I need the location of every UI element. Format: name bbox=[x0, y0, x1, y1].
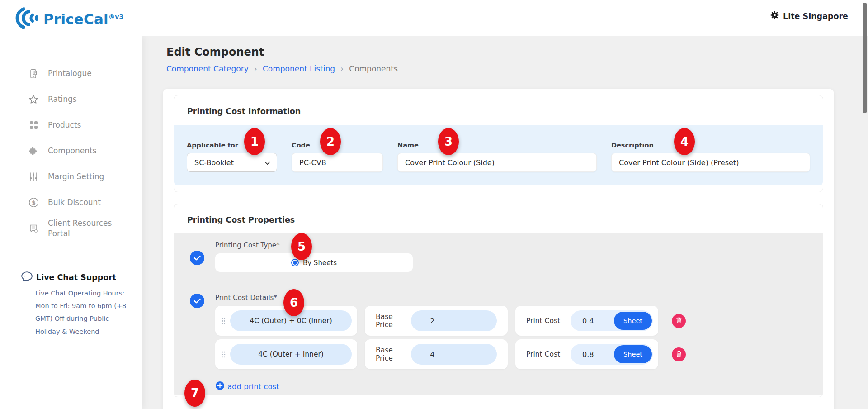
section-title: Printing Cost Information bbox=[187, 107, 301, 116]
check-circle-icon[interactable] bbox=[190, 251, 204, 265]
code-input[interactable] bbox=[292, 153, 383, 172]
breadcrumb-component-category[interactable]: Component Category bbox=[166, 64, 249, 73]
base-price-label: Base Price bbox=[376, 346, 411, 362]
drag-handle-icon[interactable] bbox=[221, 351, 226, 358]
applicable-for-select[interactable]: SC-Booklet bbox=[187, 153, 277, 172]
sidebar-item-bulk-discount[interactable]: $ Bulk Discount bbox=[0, 190, 142, 215]
chat-bubble-icon bbox=[21, 271, 33, 284]
base-price-input[interactable]: 2 bbox=[411, 310, 497, 331]
base-price-input[interactable]: 4 bbox=[411, 344, 497, 365]
main-content: Edit Component Component Category › Comp… bbox=[142, 36, 868, 409]
trash-icon bbox=[676, 317, 682, 325]
detail-name-input[interactable]: 4C (Outer + Inner) bbox=[230, 344, 352, 365]
document-icon bbox=[28, 223, 39, 234]
sheet-unit-button[interactable]: Sheet bbox=[614, 312, 652, 330]
top-header-bar: PriceCal®v3 Lite Singapore bbox=[0, 0, 868, 36]
annotation-badge-2: 2 bbox=[320, 128, 341, 155]
delete-row-button[interactable] bbox=[672, 314, 686, 328]
info-fields-panel: Applicable for SC-Booklet Code N bbox=[174, 125, 823, 185]
name-label: Name bbox=[397, 142, 597, 149]
applicable-for-value: SC-Booklet bbox=[194, 158, 234, 167]
annotation-badge-1: 1 bbox=[244, 128, 265, 155]
delete-row-button[interactable] bbox=[672, 347, 686, 361]
breadcrumb-separator-icon: › bbox=[254, 64, 257, 73]
annotation-badge-3: 3 bbox=[438, 128, 459, 155]
annotation-badge-4: 4 bbox=[674, 128, 695, 155]
sidebar-divider bbox=[11, 257, 131, 257]
sidebar-item-label: Printalogue bbox=[48, 68, 92, 79]
description-field: Description bbox=[611, 142, 810, 185]
print-cost-label: Print Cost bbox=[526, 350, 560, 358]
pricecal-logo-icon bbox=[14, 7, 39, 31]
section-title: Printing Cost Properties bbox=[187, 215, 295, 224]
sidebar-item-label: Bulk Discount bbox=[48, 197, 101, 208]
sidebar-item-products[interactable]: Products bbox=[0, 112, 142, 138]
section-header: Printing Cost Properties bbox=[174, 204, 823, 233]
puzzle-icon bbox=[28, 146, 39, 157]
app-window: PriceCal®v3 Lite Singapore bbox=[0, 0, 868, 409]
sidebar-item-printalogue[interactable]: Printalogue bbox=[0, 61, 142, 86]
print-cost-value: 0.8 bbox=[582, 350, 594, 359]
description-label: Description bbox=[611, 142, 810, 149]
print-cost-input[interactable]: 0.4 Sheet bbox=[571, 310, 653, 331]
pricecal-logo[interactable]: PriceCal®v3 bbox=[14, 7, 123, 31]
sidebar-item-client-resources-portal[interactable]: Client Resources Portal bbox=[0, 215, 142, 242]
description-input[interactable] bbox=[611, 153, 810, 172]
grid-icon bbox=[28, 120, 39, 131]
printing-cost-type-label: Printing Cost Type* bbox=[215, 241, 413, 249]
printing-cost-properties-section: Printing Cost Properties Printing Cost T… bbox=[174, 204, 823, 397]
annotation-badge-6: 6 bbox=[283, 289, 304, 316]
vertical-scrollbar[interactable] bbox=[863, 3, 867, 113]
account-label: Lite Singapore bbox=[783, 12, 848, 21]
sidebar: Printalogue Ratings Products bbox=[0, 36, 142, 409]
breadcrumb-separator-icon: › bbox=[340, 64, 344, 73]
detail-name-card: 4C (Outer + Inner) bbox=[215, 339, 357, 369]
live-chat-support[interactable]: Live Chat Support bbox=[21, 271, 132, 284]
check-circle-icon[interactable] bbox=[190, 294, 204, 308]
print-cost-input[interactable]: 0.8 Sheet bbox=[571, 344, 653, 365]
sliders-icon bbox=[28, 171, 39, 182]
print-cost-value: 0.4 bbox=[582, 317, 594, 325]
print-cost-details-row: Print Cost Details* 4C (Outer) + 0C (Inn… bbox=[190, 294, 810, 369]
print-cost-label: Print Cost bbox=[526, 317, 560, 325]
base-price-label: Base Price bbox=[376, 313, 411, 329]
drag-handle-icon[interactable] bbox=[221, 318, 226, 324]
gear-icon bbox=[770, 11, 779, 21]
svg-text:$: $ bbox=[32, 199, 36, 206]
name-field: Name bbox=[397, 142, 597, 185]
breadcrumb: Component Category › Component Listing ›… bbox=[166, 64, 398, 73]
print-cost-card: Print Cost 0.8 Sheet bbox=[515, 339, 658, 369]
by-sheets-radio[interactable] bbox=[291, 259, 299, 266]
sidebar-item-label: Products bbox=[48, 120, 81, 130]
base-price-card: Base Price 2 bbox=[365, 306, 508, 336]
breadcrumb-component-listing[interactable]: Component Listing bbox=[263, 64, 335, 73]
breadcrumb-current: Components bbox=[349, 64, 398, 73]
add-print-cost-button[interactable]: add print cost bbox=[190, 381, 810, 392]
printing-cost-information-section: Printing Cost Information Applicable for… bbox=[174, 95, 823, 192]
star-icon bbox=[28, 94, 39, 105]
account-menu[interactable]: Lite Singapore bbox=[770, 11, 848, 21]
brand-version: ®v3 bbox=[108, 13, 123, 20]
page-title: Edit Component bbox=[166, 46, 264, 58]
sidebar-item-label: Ratings bbox=[48, 94, 77, 105]
cost-type-option-box: By Sheets bbox=[215, 253, 413, 272]
sidebar-item-components[interactable]: Components bbox=[0, 138, 142, 164]
print-cost-detail-row: 4C (Outer + Inner) Base Price 4 Print Co… bbox=[215, 339, 686, 369]
add-print-cost-label: add print cost bbox=[227, 382, 279, 391]
sidebar-item-margin-setting[interactable]: Margin Setting bbox=[0, 164, 142, 190]
live-chat-block: Live Chat Support Live Chat Operating Ho… bbox=[0, 271, 142, 338]
annotation-badge-5: 5 bbox=[291, 233, 312, 260]
edit-component-card: Printing Cost Information Applicable for… bbox=[163, 89, 834, 409]
print-cost-card: Print Cost 0.4 Sheet bbox=[515, 306, 658, 336]
annotation-badge-7: 7 bbox=[184, 380, 205, 407]
sheet-unit-button[interactable]: Sheet bbox=[614, 345, 652, 363]
plus-circle-icon bbox=[216, 381, 224, 392]
trash-icon bbox=[676, 351, 682, 358]
base-price-card: Base Price 4 bbox=[365, 339, 508, 369]
sidebar-item-label: Client Resources Portal bbox=[48, 218, 133, 239]
sidebar-item-ratings[interactable]: Ratings bbox=[0, 86, 142, 112]
print-cost-detail-list: 4C (Outer) + 0C (Inner) Base Price 2 Pri… bbox=[215, 306, 686, 369]
name-input[interactable] bbox=[397, 153, 597, 172]
properties-panel: Printing Cost Type* By Sheets Pri bbox=[174, 233, 823, 395]
live-chat-hours: Live Chat Operating Hours: Mon to Fri: 9… bbox=[21, 287, 130, 338]
